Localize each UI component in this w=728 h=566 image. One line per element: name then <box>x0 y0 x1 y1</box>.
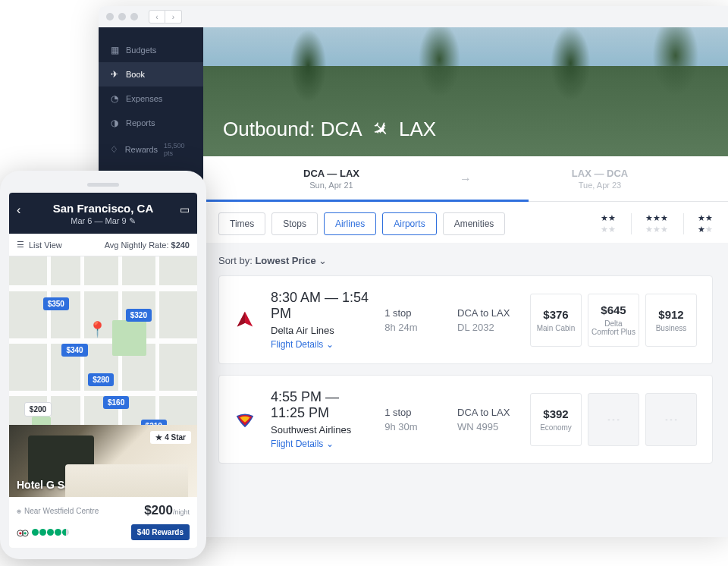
expenses-icon: ◔ <box>109 93 120 104</box>
chevron-down-icon: ⌄ <box>326 439 334 449</box>
hero-prefix: Outbound: <box>223 118 315 140</box>
rewards-icon: ♢ <box>109 144 119 155</box>
segment-return[interactable]: LAX — DCA Tue, Apr 23 <box>472 168 728 190</box>
phone-speaker <box>87 183 119 187</box>
svg-point-3 <box>24 532 27 534</box>
hero-banner: Outbound: DCA ✈ LAX <box>203 27 728 156</box>
nav-forward-button[interactable]: › <box>165 10 182 24</box>
southwest-logo <box>234 409 256 430</box>
flight-times: 4:55 PM — 11:25 PM <box>271 389 369 421</box>
mobile-screen: ‹ San Francisco, CA Mar 6 — Mar 9 ✎ ▭ ☰ … <box>9 193 197 548</box>
delta-logo <box>234 310 256 331</box>
sidebar-item-reports[interactable]: ◑ Reports <box>99 111 203 135</box>
window-dot <box>130 13 138 20</box>
hotel-name: Hotel G San Francisco <box>17 479 130 491</box>
window-titlebar: ‹ › <box>99 6 728 27</box>
mobile-header: ‹ San Francisco, CA Mar 6 — Mar 9 ✎ ▭ <box>9 193 197 234</box>
list-view-label: List View <box>29 241 62 250</box>
sidebar-item-rewards[interactable]: ♢ Rewards 15,500 pts <box>99 135 203 164</box>
segment-selector: DCA — LAX Sun, Apr 21 → LAX — DCA Tue, A… <box>203 156 728 202</box>
filter-amenities[interactable]: Amenities <box>443 212 506 235</box>
sidebar-item-label: Reports <box>126 118 155 127</box>
sidebar-item-label: Book <box>126 70 145 79</box>
flight-card: 4:55 PM — 11:25 PM Southwest Airlines Fl… <box>218 375 713 464</box>
flight-details-link[interactable]: Flight Details ⌄ <box>271 439 369 449</box>
sidebar-item-expenses[interactable]: ◔ Expenses <box>99 86 203 111</box>
main-content: Outbound: DCA ✈ LAX DCA — LAX Sun, Apr 2… <box>203 27 728 537</box>
map-pin-icon: 📍 <box>88 320 107 338</box>
rating-filters: ★★★★ ★★★★★★ ★★★★ <box>587 213 713 234</box>
hotel-image: ★ 4 Star Hotel G San Francisco <box>9 425 197 497</box>
map-park <box>112 320 146 355</box>
tripadvisor-rating <box>17 528 69 537</box>
filter-times[interactable]: Times <box>218 212 265 235</box>
sort-label: Sort by: <box>218 255 253 266</box>
sort-row[interactable]: Sort by: Lowest Price ⌄ <box>218 255 713 266</box>
segment-active-indicator <box>203 200 529 202</box>
flight-route: DCA to LAX <box>457 307 515 319</box>
chat-icon[interactable]: ▭ <box>180 203 190 215</box>
segment-route: DCA — LAX <box>203 168 460 179</box>
sidebar-item-label: Rewards <box>125 145 158 154</box>
sort-value: Lowest Price <box>255 255 315 266</box>
filter-airlines[interactable]: Airlines <box>324 212 376 235</box>
sidebar-item-book[interactable]: ✈ Book <box>99 62 203 86</box>
list-view-toggle[interactable]: ☰ List View <box>17 240 62 250</box>
fare-option[interactable]: $912Business <box>645 294 697 347</box>
hero-title: Outbound: DCA ✈ LAX <box>223 118 436 141</box>
hotel-card[interactable]: ★ 4 Star Hotel G San Francisco ⎈ Near We… <box>9 425 197 548</box>
airplane-icon: ✈ <box>366 115 394 143</box>
segment-outbound[interactable]: DCA — LAX Sun, Apr 21 <box>203 168 460 190</box>
fare-option[interactable]: $376Main Cabin <box>530 294 582 347</box>
hotel-location: ⎈ Near Westfield Centre <box>17 507 99 515</box>
svg-point-2 <box>19 532 21 534</box>
segment-route: LAX — DCA <box>472 168 728 179</box>
budgets-icon: ▦ <box>109 45 120 55</box>
sidebar-item-budgets[interactable]: ▦ Budgets <box>99 38 203 62</box>
tripadvisor-icon <box>17 528 29 537</box>
flight-duration: 8h 24m <box>384 322 442 333</box>
results-panel: Sort by: Lowest Price ⌄ 8:30 AM — 1:54 P… <box>203 243 728 537</box>
fare-empty: - - - <box>588 393 639 446</box>
hero-destination: LAX <box>399 118 436 140</box>
avg-rate: Avg Nightly Rate: $240 <box>105 241 190 250</box>
rating-3[interactable]: ★★★★★★ <box>631 213 668 234</box>
date-range[interactable]: Mar 6 — Mar 9 ✎ <box>17 216 190 226</box>
flight-airline: Southwest Airlines <box>271 424 369 436</box>
city-title: San Francisco, CA <box>17 202 190 215</box>
filter-stops[interactable]: Stops <box>271 212 318 235</box>
price-pin[interactable]: $320 <box>126 309 152 322</box>
hero-origin: DCA <box>321 118 362 140</box>
location-pin-icon: ⎈ <box>17 507 21 515</box>
hotel-map[interactable]: 📍 $350$320$340$280$200$160$210 ★ 4 Star … <box>9 256 197 548</box>
hotel-price: $200/night <box>144 503 190 518</box>
flight-airline: Delta Air Lines <box>271 325 369 336</box>
segment-date: Tue, Apr 23 <box>472 181 728 190</box>
segment-date: Sun, Apr 21 <box>203 181 460 190</box>
price-pin[interactable]: $340 <box>61 344 87 357</box>
flight-number: WN 4995 <box>457 421 515 432</box>
rewards-button[interactable]: $40 Rewards <box>131 524 190 540</box>
flight-details-link[interactable]: Flight Details ⌄ <box>271 339 369 350</box>
price-pin[interactable]: $280 <box>88 373 114 386</box>
price-pin[interactable]: $350 <box>43 297 69 310</box>
sidebar-item-label: Budgets <box>126 46 156 55</box>
fare-empty: - - - <box>645 393 697 446</box>
flight-times: 8:30 AM — 1:54 PM <box>271 290 369 322</box>
chevron-down-icon: ⌄ <box>318 255 327 266</box>
sidebar-item-label: Expenses <box>126 94 162 103</box>
chevron-down-icon: ⌄ <box>326 339 334 350</box>
flight-stops: 1 stop <box>384 407 442 418</box>
price-pin[interactable]: $160 <box>103 396 129 409</box>
flight-card: 8:30 AM — 1:54 PM Delta Air Lines Flight… <box>218 275 713 364</box>
fare-option[interactable]: $645Delta Comfort Plus <box>588 294 639 347</box>
edit-icon: ✎ <box>129 216 136 225</box>
price-pin[interactable]: $200 <box>24 402 52 417</box>
rewards-points: 15,500 pts <box>164 142 193 157</box>
nav-back-button[interactable]: ‹ <box>149 10 165 24</box>
fare-option[interactable]: $392Economy <box>530 393 582 446</box>
rating-4[interactable]: ★★★★ <box>683 213 713 234</box>
rating-2[interactable]: ★★★★ <box>587 213 616 234</box>
filter-airports[interactable]: Airports <box>382 212 436 235</box>
back-button[interactable]: ‹ <box>17 203 20 217</box>
